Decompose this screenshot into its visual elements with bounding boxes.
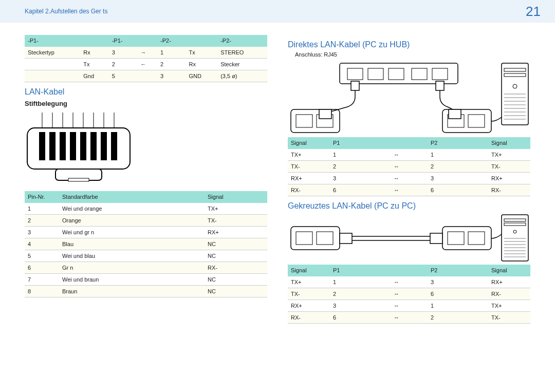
left-column: -P1- -P1- -P2- -P2- SteckertypRx3→1TxSTE… [25,35,267,327]
svg-rect-6 [70,132,76,160]
svg-rect-24 [432,68,448,80]
plug-table: -P1- -P1- -P2- -P2- SteckertypRx3→1TxSTE… [25,35,267,82]
svg-rect-5 [60,132,66,160]
hdr-p2b: -P2- [217,35,267,47]
svg-rect-59 [296,232,312,245]
table-row: RX-6↔2TX- [288,312,530,324]
svg-rect-3 [39,132,45,160]
table-row: 4BlauNC [25,238,267,250]
svg-rect-45 [436,81,444,90]
page-number: 21 [526,4,541,20]
rj45-jack-diagram [25,113,133,182]
table-row: 2OrangeTX- [25,215,267,227]
table-row: TX+1↔3RX+ [288,276,530,288]
table-row: TX+1↔1TX+ [288,149,530,161]
svg-rect-44 [319,109,331,119]
pc-to-pc-diagram [288,214,530,263]
svg-rect-42 [468,115,485,127]
svg-rect-7 [80,132,86,160]
hdr-p1a: -P1- [25,35,80,47]
svg-rect-66 [340,233,352,244]
svg-rect-9 [101,132,107,160]
table-row: Tx2←2RxStecker [25,59,267,70]
hub-to-pc-diagram [288,61,530,135]
svg-rect-38 [296,115,312,127]
hdr-color: Standardfarbe [59,191,205,203]
svg-rect-62 [448,232,464,245]
svg-rect-10 [111,132,117,160]
table-row: 6Gr nRX- [25,262,267,274]
svg-rect-20 [347,68,363,80]
page-header: Kapitel 2.Aufstellen des Ger ts 21 [0,0,555,23]
cross-lan-heading: Gekreuztes LAN-Kabel (PC zu PC) [288,201,530,211]
svg-rect-2 [68,178,89,181]
direct-lan-table: Signal P1 P2 Signal TX+1↔1TX+TX-2↔2TX-RX… [288,137,530,196]
hdr-signal: Signal [205,191,267,203]
hdr-p2a: -P2- [157,35,186,47]
chapter-label: Kapitel 2.Aufstellen des Ger ts [25,8,107,15]
lan-kabel-heading: LAN-Kabel [25,87,267,97]
table-row: 5Wei und blauNC [25,250,267,262]
svg-rect-63 [468,232,485,245]
table-row: SteckertypRx3→1TxSTEREO [25,47,267,59]
svg-rect-43 [351,81,359,90]
cross-lan-table: Signal P1 P2 Signal TX+1↔3RX+TX-2↔6RX-RX… [288,265,530,324]
svg-rect-46 [449,109,461,119]
table-row: TX-2↔2TX- [288,161,530,173]
svg-rect-60 [317,232,333,245]
table-row: 7Wei und braunNC [25,274,267,286]
pin-table: Pin-Nr. Standardfarbe Signal 1Wei und or… [25,191,267,297]
table-row: RX+3↔1TX+ [288,300,530,312]
svg-rect-4 [49,132,55,160]
svg-rect-22 [388,68,404,80]
svg-rect-8 [90,132,97,160]
direct-lan-heading: Direktes LAN-Kabel (PC zu HUB) [288,40,530,49]
svg-rect-67 [430,233,442,244]
table-row: RX+3↔3RX+ [288,173,530,184]
stiftbelegung-heading: Stiftbelegung [25,100,267,107]
table-row: TX-2↔6RX- [288,288,530,300]
hdr-pinnr: Pin-Nr. [25,191,59,203]
svg-rect-23 [412,68,427,80]
table-row: Gnd53GND(3,5 ø) [25,70,267,82]
table-row: 8BraunNC [25,286,267,297]
right-column: Direktes LAN-Kabel (PC zu HUB) Anschluss… [288,35,530,327]
rj45-note: Anschluss: RJ45 [295,51,530,58]
table-row: 3Wei und gr nRX+ [25,227,267,238]
hdr-p1b: -P1- [109,35,137,47]
svg-rect-21 [368,68,383,80]
table-row: RX-6↔6RX- [288,184,530,196]
table-row: 1Wei und orangeTX+ [25,203,267,215]
